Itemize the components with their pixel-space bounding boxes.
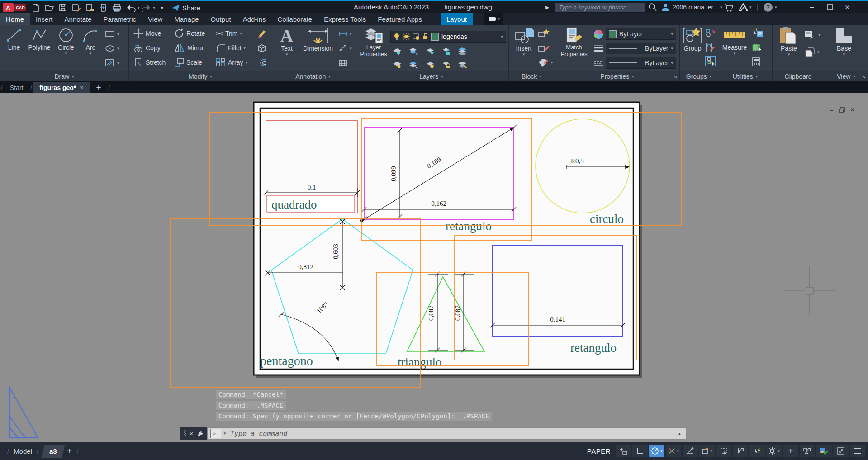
stretch-button[interactable]: Stretch	[133, 57, 166, 68]
pentagon-label[interactable]: pentagono	[260, 354, 313, 368]
fillet-button[interactable]: Fillet▾	[216, 42, 246, 54]
search-icon[interactable]	[648, 2, 658, 13]
file-tab-active-doc[interactable]: figuras geo*×	[33, 82, 90, 93]
command-dock-close-icon[interactable]: ×	[190, 430, 193, 437]
leader-button[interactable]: ▾	[338, 43, 352, 54]
arc-button[interactable]: Arc ▾	[80, 27, 101, 56]
object-snap-toggle[interactable]: ▾	[699, 445, 715, 457]
base-caret-icon[interactable]: ▾	[843, 52, 845, 57]
lineweight-control[interactable]: ByLayer ▾	[606, 43, 676, 54]
circle-radius-dim[interactable]: R0,5	[571, 157, 584, 165]
tab-view[interactable]: View	[142, 13, 168, 25]
viewport-minimize-icon[interactable]: −	[830, 106, 834, 114]
square-label[interactable]: quadrado	[271, 198, 317, 211]
polar-caret-icon[interactable]: ▾	[660, 449, 663, 453]
layer-unisolate-button[interactable]	[408, 61, 419, 69]
save-as-icon[interactable]	[70, 2, 83, 13]
command-dock-grip[interactable]: ×	[180, 427, 207, 440]
customization-menu-button[interactable]	[850, 445, 865, 457]
insert-button[interactable]: Insert ▾	[512, 27, 536, 57]
layer-unlock-button[interactable]	[442, 61, 451, 69]
line-button[interactable]: Line	[3, 27, 25, 51]
explode-button[interactable]	[256, 42, 267, 54]
save-icon[interactable]	[56, 2, 70, 13]
define-attributes-button[interactable]: ▾	[538, 57, 553, 68]
cut-button[interactable]: ✂▾	[804, 29, 821, 41]
file-tab-close-icon[interactable]: ×	[80, 84, 83, 91]
maximize-button[interactable]	[827, 2, 833, 13]
circle-caret-icon[interactable]: ▾	[65, 51, 67, 56]
redo-icon[interactable]	[140, 2, 153, 13]
upload-icon[interactable]	[97, 2, 110, 13]
view-panel-launcher-icon[interactable]: ↘	[862, 74, 866, 80]
layer-freeze-button[interactable]	[426, 47, 436, 55]
dimension-button[interactable]: Dimension	[299, 27, 337, 52]
layer-properties-button[interactable]: Layer Properties	[358, 27, 389, 57]
share-label[interactable]: Share	[182, 4, 200, 12]
layer-thaw-button[interactable]	[426, 61, 436, 69]
triangle-label[interactable]: triangulo	[398, 356, 441, 369]
paper-space-toggle[interactable]: PAPER	[587, 447, 611, 455]
tab-insert[interactable]: Insert	[30, 13, 59, 25]
copy-button[interactable]: Copy	[133, 42, 161, 54]
isodraft-toggle[interactable]: ▾	[666, 445, 681, 457]
tab-parametric[interactable]: Parametric	[98, 13, 142, 25]
table-button[interactable]	[338, 57, 347, 69]
tab-home[interactable]: Home	[0, 13, 30, 25]
paste-caret-icon[interactable]: ▾	[788, 52, 790, 57]
circle-label[interactable]: circulo	[590, 212, 624, 226]
osnap-caret-icon[interactable]: ▾	[710, 449, 712, 453]
annotation-panel-title[interactable]: Annotation▾	[272, 71, 354, 81]
command-expand-icon[interactable]: ▲	[678, 432, 682, 436]
create-block-button[interactable]	[538, 28, 550, 39]
block-panel-title[interactable]: Block▾	[509, 71, 555, 81]
trim-button[interactable]: ✂Trim▾	[216, 28, 242, 39]
workspace-caret-icon[interactable]: ▾	[778, 449, 780, 453]
search-expand-arrow-icon[interactable]: ▶	[545, 2, 549, 13]
array-caret-icon[interactable]: ▾	[245, 60, 247, 65]
layer-match-button[interactable]	[457, 61, 468, 69]
offset-button[interactable]	[256, 57, 267, 68]
scale-button[interactable]: Scale	[174, 57, 202, 68]
match-properties-button[interactable]: Match Properties	[558, 27, 590, 57]
new-file-icon[interactable]	[29, 2, 43, 13]
linetype-control[interactable]: ByLayer ▾	[606, 57, 676, 69]
file-tab-start[interactable]: Start	[4, 82, 30, 93]
circle-button[interactable]: Circle ▾	[54, 27, 78, 56]
graphics-performance-toggle[interactable]	[816, 445, 832, 457]
isodraft-caret-icon[interactable]: ▾	[677, 449, 679, 453]
tab-express-tools[interactable]: Express Tools	[318, 13, 372, 25]
snap-mode-toggle[interactable]	[616, 445, 631, 457]
fillet-caret-icon[interactable]: ▾	[244, 46, 246, 50]
measure-button[interactable]: Measure ▾	[721, 27, 748, 56]
isolate-objects-toggle[interactable]	[800, 445, 815, 457]
pentagon-width-dim[interactable]: 0,812	[298, 263, 313, 270]
open-folder-icon[interactable]	[43, 2, 56, 13]
tab-featured-apps[interactable]: Featured Apps	[372, 13, 428, 25]
square-width-dim[interactable]: 0,1	[308, 184, 316, 191]
draw-panel-title[interactable]: Draw▾	[0, 71, 129, 81]
autodesk-logo-icon[interactable]: ▾	[738, 2, 752, 13]
search-field[interactable]: Type a keyword or phrase	[555, 2, 645, 13]
group-button[interactable]: Group	[681, 27, 704, 52]
tab-annotate[interactable]: Annotate	[59, 13, 98, 25]
edit-block-button[interactable]	[538, 42, 550, 54]
layer-dropdown-caret-icon[interactable]: ▾	[501, 34, 503, 39]
ortho-toggle[interactable]	[632, 445, 648, 457]
pentagon-height-dim[interactable]: 0,603	[332, 244, 339, 259]
tab-layout[interactable]: Layout	[441, 13, 473, 25]
view-panel-title[interactable]: View▾↘	[824, 71, 868, 81]
text-button[interactable]: A Text ▾	[276, 27, 298, 57]
ungroup-button[interactable]: ✕	[705, 27, 715, 39]
quick-select-button[interactable]	[752, 27, 764, 39]
osnap-tracking-toggle[interactable]	[683, 445, 698, 457]
paste-button[interactable]: Paste ▾	[776, 27, 802, 57]
properties-panel-launcher-icon[interactable]: ↘	[673, 74, 677, 80]
layout-a3-tab[interactable]: a3	[42, 445, 65, 458]
move-button[interactable]: Move	[133, 28, 161, 39]
group-selection-toggle[interactable]	[705, 55, 716, 67]
rect1-height-dim[interactable]: 0,099	[390, 166, 397, 181]
share-plane-icon[interactable]	[169, 2, 182, 13]
rectangle-tool-button[interactable]: ▾	[105, 28, 119, 40]
command-tools-wrench-icon[interactable]	[197, 430, 204, 437]
